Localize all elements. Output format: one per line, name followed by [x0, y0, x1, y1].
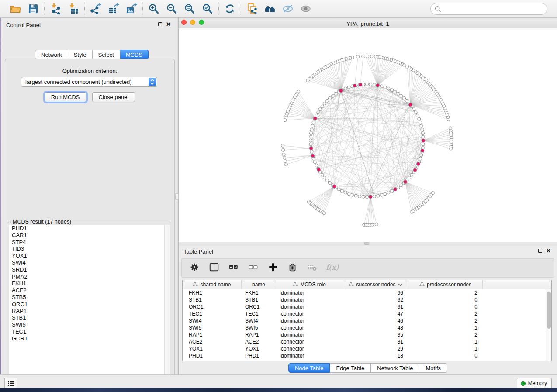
deselect-all-rows-button[interactable] — [248, 263, 259, 273]
memory-button[interactable]: Memory — [517, 378, 552, 389]
network-node[interactable] — [422, 135, 425, 138]
cell-predecessor_nodes[interactable]: 1 — [408, 324, 483, 331]
network-node[interactable] — [416, 114, 419, 117]
network-node[interactable] — [421, 132, 424, 135]
cell-name[interactable]: TEC1 — [242, 310, 276, 317]
task-history-button[interactable] — [4, 378, 17, 389]
column-header-shared_name[interactable]: shared name — [183, 280, 242, 289]
mcds-node[interactable] — [422, 139, 425, 142]
network-node[interactable] — [449, 127, 452, 130]
cell-predecessor_nodes[interactable]: 1 — [408, 338, 483, 345]
network-node[interactable] — [419, 121, 422, 124]
window-minimize-icon[interactable] — [190, 20, 195, 25]
cell-mcds_role[interactable]: dominator — [276, 331, 343, 338]
mcds-result-item[interactable]: STP4 — [9, 239, 170, 246]
network-node[interactable] — [311, 124, 314, 127]
network-node[interactable] — [310, 128, 313, 131]
network-node[interactable] — [309, 135, 312, 138]
cell-successor_nodes[interactable]: 62 — [343, 296, 408, 303]
network-node[interactable] — [400, 94, 403, 97]
table-row-SWI4[interactable]: SWI4SWI4dominator462 — [183, 317, 551, 324]
create-column-button[interactable] — [268, 263, 278, 273]
cell-successor_nodes[interactable]: 46 — [343, 317, 408, 324]
tab-select[interactable]: Select — [93, 50, 120, 59]
network-node[interactable] — [397, 92, 400, 95]
cell-name[interactable]: FKH1 — [242, 289, 276, 296]
cell-successor_nodes[interactable]: 18 — [343, 352, 408, 359]
cell-shared_name[interactable]: ACE2 — [183, 338, 242, 345]
cell-mcds_role[interactable]: dominator — [276, 317, 343, 324]
network-graph[interactable] — [179, 28, 557, 242]
network-node[interactable] — [325, 99, 329, 102]
close-panel-icon[interactable]: ✕ — [166, 22, 171, 26]
cell-predecessor_nodes[interactable]: 2 — [408, 331, 483, 338]
network-node[interactable] — [344, 191, 347, 194]
cell-shared_name[interactable]: ORC1 — [183, 303, 242, 310]
cell-predecessor_nodes[interactable]: 0 — [408, 352, 483, 359]
cell-mcds_role[interactable]: dominator — [276, 352, 343, 359]
network-node[interactable] — [391, 189, 394, 193]
import-network-button[interactable] — [49, 3, 62, 15]
network-node[interactable] — [387, 87, 390, 90]
network-canvas[interactable] — [179, 28, 557, 242]
window-zoom-icon[interactable] — [199, 20, 204, 25]
mcds-node[interactable] — [404, 180, 407, 184]
mcds-node[interactable] — [417, 162, 420, 166]
tab-mcds[interactable]: MCDS — [120, 50, 149, 59]
table-row-YOX1[interactable]: YOX1YOX1connector291 — [183, 345, 551, 352]
cell-name[interactable]: RAP1 — [242, 331, 276, 338]
network-node[interactable] — [282, 153, 285, 156]
cell-mcds_role[interactable]: dominator — [276, 296, 343, 303]
mcds-list-scrollbar[interactable] — [164, 225, 170, 384]
export-table-button[interactable] — [107, 3, 120, 15]
network-node[interactable] — [312, 121, 315, 124]
cell-successor_nodes[interactable]: 35 — [343, 331, 408, 338]
horizontal-splitter-handle[interactable] — [364, 242, 369, 245]
network-node[interactable] — [331, 94, 334, 97]
cell-shared_name[interactable]: FKH1 — [183, 289, 242, 296]
mcds-node[interactable] — [359, 83, 362, 86]
mcds-result-item[interactable]: CAR1 — [9, 232, 170, 239]
network-node[interactable] — [364, 55, 367, 58]
network-node[interactable] — [377, 194, 380, 197]
network-node[interactable] — [422, 143, 425, 146]
table-row-TEC1[interactable]: TEC1TEC1connector472 — [183, 310, 551, 317]
mcds-result-item[interactable]: STB1 — [9, 314, 170, 321]
cell-predecessor_nodes[interactable]: 1 — [408, 345, 483, 352]
network-node[interactable] — [419, 157, 422, 160]
network-node[interactable] — [373, 83, 376, 86]
network-node[interactable] — [347, 86, 350, 89]
network-node[interactable] — [420, 154, 423, 157]
cell-successor_nodes[interactable]: 31 — [343, 338, 408, 345]
zoom-selected-button[interactable] — [201, 3, 214, 15]
run-mcds-button[interactable]: Run MCDS — [45, 92, 86, 102]
network-node[interactable] — [313, 161, 316, 164]
cell-successor_nodes[interactable]: 43 — [343, 324, 408, 331]
cell-shared_name[interactable]: SWI5 — [183, 324, 242, 331]
export-image-button[interactable] — [125, 3, 138, 15]
network-node[interactable] — [283, 156, 286, 159]
cell-shared_name[interactable]: SWI4 — [183, 317, 242, 324]
zoom-fit-button[interactable] — [183, 3, 196, 15]
mcds-result-item[interactable]: ORC1 — [9, 301, 170, 308]
cell-name[interactable]: SWI4 — [242, 317, 276, 324]
network-node[interactable] — [306, 79, 309, 82]
mcds-node[interactable] — [394, 188, 397, 191]
network-node[interactable] — [309, 139, 312, 142]
mcds-node[interactable] — [332, 185, 336, 188]
cell-mcds_role[interactable]: connector — [276, 324, 343, 331]
network-node[interactable] — [284, 119, 287, 122]
tab-network-table[interactable]: Network Table — [371, 363, 419, 373]
cell-mcds_role[interactable]: dominator — [276, 303, 343, 310]
mcds-result-item[interactable]: STB5 — [9, 294, 170, 301]
delete-columns-button[interactable] — [287, 263, 298, 273]
apply-preferred-layout-button[interactable] — [224, 3, 236, 15]
mcds-node[interactable] — [421, 149, 424, 152]
network-node[interactable] — [421, 128, 424, 131]
network-node[interactable] — [282, 148, 285, 151]
close-panel-button[interactable]: Close panel — [92, 92, 135, 102]
new-network-from-selection-button[interactable] — [246, 3, 258, 15]
network-node[interactable] — [323, 102, 326, 105]
cell-successor_nodes[interactable]: 96 — [343, 289, 408, 296]
cell-successor_nodes[interactable]: 47 — [343, 310, 408, 317]
